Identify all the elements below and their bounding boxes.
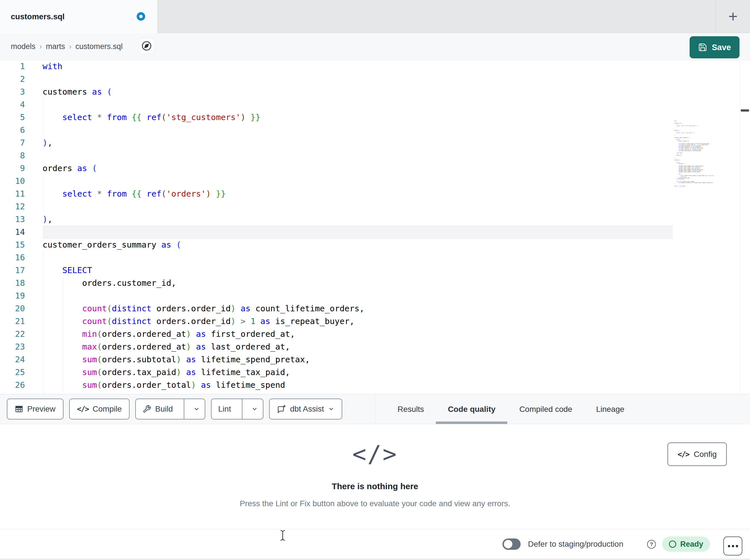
editor-toolbar: Preview </> Compile Build [0,394,750,424]
code-brackets-icon: </> [0,440,750,468]
save-label: Save [712,43,731,52]
gutter: 1234567891011121314151617181920212223242… [0,60,25,394]
code-icon: </> [678,450,689,459]
lint-dropdown-button[interactable] [246,399,263,419]
toggle-knob [504,540,512,548]
defer-toggle[interactable] [502,538,520,550]
tab-results[interactable]: Results [386,394,436,424]
chevron-down-icon [328,406,334,412]
build-label: Build [155,405,173,414]
tab-lineage[interactable]: Lineage [584,394,636,424]
wrench-icon [143,405,151,413]
preview-button[interactable]: Preview [7,398,63,419]
compile-button[interactable]: </> Compile [69,398,130,419]
dbt-cloud-ide: { "tab_bar": { "active_tab": "customers.… [0,0,750,560]
breadcrumb: models›marts›customers.sql [11,33,122,60]
help-icon[interactable]: ? [647,540,656,549]
config-label: Config [694,450,717,459]
tab-strip: customers.sql + [0,0,750,33]
breadcrumb-item-customers-sql[interactable]: customers.sql [75,42,123,51]
tab-strip-divider [715,0,716,33]
more-options-button[interactable] [723,537,742,556]
lint-button[interactable]: Lint [212,399,238,419]
dbt-assist-button[interactable]: dbt Assist [269,398,342,419]
code-lines[interactable]: withcustomers as ( select * from {{ ref(… [42,60,673,394]
split-divider [184,399,184,419]
minimap-content[interactable]: withcustomers as ( select * from {{ ref(… [674,120,739,187]
result-tabs: ResultsCode qualityCompiled codeLineage [386,394,636,424]
preview-label: Preview [27,405,56,414]
code-editor[interactable]: 1234567891011121314151617181920212223242… [0,60,750,394]
scrollbar-thumb[interactable] [741,109,749,111]
table-icon [15,405,23,413]
chevron-down-icon [193,406,200,412]
circle-outline-icon [669,540,676,548]
breadcrumb-separator: › [39,42,42,51]
file-header: models›marts›customers.sql Save [0,33,750,60]
split-divider [242,399,242,419]
code-quality-panel: </> There is nothing here Press the Lint… [0,424,750,529]
build-dropdown-button[interactable] [188,399,205,419]
empty-state-title: There is nothing here [0,481,750,491]
breadcrumb-item-models[interactable]: models [11,42,36,51]
save-button[interactable]: Save [690,36,739,58]
tab-compiled-code[interactable]: Compiled code [507,394,584,424]
bottom-edge [0,559,750,560]
minimap-divider [739,60,740,394]
tab-title: customers.sql [11,12,65,21]
build-button[interactable]: Build [136,399,179,419]
floppy-disk-icon [698,43,707,52]
compile-label: Compile [93,405,122,414]
dbt-assist-label: dbt Assist [290,405,324,414]
compass-icon [141,41,152,51]
lint-label: Lint [218,405,231,414]
status-label: Ready [680,540,703,549]
code-icon: </> [77,405,89,413]
chevron-down-icon [252,406,258,412]
breadcrumb-item-marts[interactable]: marts [46,42,65,51]
tab-customers-sql[interactable]: customers.sql [0,0,158,33]
status-badge: Ready [662,537,710,552]
defer-label: Defer to staging/production [528,540,623,549]
navigate-button[interactable] [138,38,155,54]
build-split-button: Build [135,398,205,419]
unsaved-changes-icon [137,12,145,21]
status-bar: Defer to staging/production ? Ready [0,529,750,559]
empty-state-hint: Press the Lint or Fix button above to ev… [0,499,750,508]
config-button[interactable]: </> Config [668,442,727,466]
mouse-cursor-ibeam-icon [280,530,286,541]
new-tab-button[interactable]: + [725,8,741,25]
lint-split-button: Lint [211,398,263,419]
breadcrumb-separator: › [69,42,72,51]
tab-code-quality[interactable]: Code quality [436,394,507,424]
chat-plus-icon [277,405,286,414]
